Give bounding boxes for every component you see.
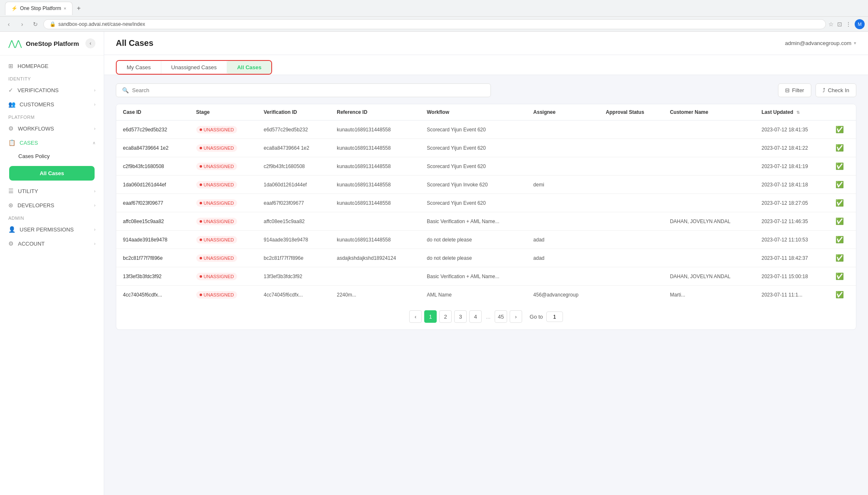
sidebar-item-user-permissions[interactable]: 👤 USER PERMISSIONS › (0, 222, 104, 236)
address-bar[interactable]: 🔒 sandbox-oop.advai.net/case-new/index (43, 19, 826, 29)
table-row[interactable]: bc2c81f77f7f896e UNASSIGNED bc2c81f77f7f… (116, 249, 856, 267)
row-action-icon[interactable]: ✅ (835, 291, 844, 298)
table-row[interactable]: 4cc74045f6cdfx... UNASSIGNED 4cc74045f6c… (116, 286, 856, 304)
goto-input[interactable] (546, 312, 563, 322)
workflows-icon: ⚙ (8, 125, 14, 132)
table-row[interactable]: eca8a84739664 1e2 UNASSIGNED eca8a847396… (116, 139, 856, 157)
cell-action[interactable]: ✅ (829, 267, 856, 286)
user-menu[interactable]: admin@advancegroup.com ▾ (785, 40, 856, 46)
checkin-button[interactable]: ⤴ Check In (815, 83, 856, 97)
row-action-icon[interactable]: ✅ (835, 126, 844, 133)
table-row[interactable]: e6d577c29ed5b232 UNASSIGNED e6d577c29ed5… (116, 121, 856, 139)
sidebar-item-verifications[interactable]: ✓ VERIFICATIONS › (0, 83, 104, 97)
browser-user-avatar[interactable]: M (855, 19, 865, 29)
sidebar-all-cases-button[interactable]: All Cases (9, 166, 95, 181)
pagination-page-4[interactable]: 4 (469, 310, 482, 323)
row-action-icon[interactable]: ✅ (835, 163, 844, 170)
tab-my-cases[interactable]: My Cases (117, 61, 161, 74)
table-row[interactable]: affc08ee15c9aa82 UNASSIGNED affc08ee15c9… (116, 212, 856, 231)
cell-stage: UNASSIGNED (190, 267, 257, 286)
cell-verification-id: c2f9b43fc1680508 (257, 157, 330, 176)
sidebar-label-account: ACCOUNT (18, 241, 45, 247)
menu-icon[interactable]: ⋮ (845, 21, 851, 28)
pagination-next[interactable]: › (510, 310, 522, 323)
tab-unassigned-cases[interactable]: Unassigned Cases (161, 61, 227, 74)
sidebar-main-section: ⊞ HOMEPAGE Identity ✓ VERIFICATIONS › 👥 … (0, 55, 104, 254)
back-btn[interactable]: ‹ (3, 19, 14, 30)
row-action-icon[interactable]: ✅ (835, 199, 844, 206)
cell-action[interactable]: ✅ (829, 121, 856, 139)
tab-favicon: ⚡ (11, 5, 18, 11)
row-action-icon[interactable]: ✅ (835, 273, 844, 280)
search-input[interactable] (132, 87, 485, 93)
cases-table-container: Case ID Stage Verification ID Reference … (116, 104, 856, 330)
status-badge: UNASSIGNED (196, 236, 238, 244)
cell-assignee (527, 194, 599, 212)
sidebar-item-utility[interactable]: ☰ UTILITY › (0, 184, 104, 198)
row-action-icon[interactable]: ✅ (835, 254, 844, 261)
cell-action[interactable]: ✅ (829, 286, 856, 304)
cell-action[interactable]: ✅ (829, 157, 856, 176)
cell-action[interactable]: ✅ (829, 212, 856, 231)
cell-approval-status (599, 139, 663, 157)
row-action-icon[interactable]: ✅ (835, 181, 844, 188)
status-badge: UNASSIGNED (196, 218, 238, 225)
col-header-assignee: Assignee (527, 104, 599, 121)
table-row[interactable]: 13f3ef3b3fdc3f92 UNASSIGNED 13f3ef3b3fdc… (116, 267, 856, 286)
cell-approval-status (599, 121, 663, 139)
col-header-case-id: Case ID (116, 104, 190, 121)
forward-btn[interactable]: › (17, 19, 28, 30)
col-header-reference-id: Reference ID (330, 104, 420, 121)
cell-approval-status (599, 249, 663, 267)
sidebar-item-homepage[interactable]: ⊞ HOMEPAGE (0, 59, 104, 73)
active-tab[interactable]: ⚡ One Stop Platform × (5, 2, 73, 15)
cell-last-updated: 2023-07-11 18:42:37 (755, 249, 829, 267)
cell-action[interactable]: ✅ (829, 176, 856, 194)
row-action-icon[interactable]: ✅ (835, 144, 844, 151)
sidebar-item-developers[interactable]: ⊛ DEVELOPERS › (0, 198, 104, 212)
bookmark-icon[interactable]: ☆ (828, 21, 834, 28)
sidebar-label-developers: DEVELOPERS (18, 202, 54, 209)
table-row[interactable]: c2f9b43fc1680508 UNASSIGNED c2f9b43fc168… (116, 157, 856, 176)
new-tab-btn[interactable]: + (74, 5, 83, 12)
pagination-page-3[interactable]: 3 (454, 310, 467, 323)
cell-action[interactable]: ✅ (829, 194, 856, 212)
sidebar-item-cases[interactable]: 📋 CASES ∧ (0, 136, 104, 150)
status-dot (200, 202, 202, 204)
pagination-prev[interactable]: ‹ (409, 310, 422, 323)
cell-verification-id: eca8a84739664 1e2 (257, 139, 330, 157)
pagination-page-last[interactable]: 45 (495, 310, 507, 323)
search-box[interactable]: 🔍 (116, 83, 491, 97)
logo-text: OneStop Platform (26, 40, 79, 47)
cell-action[interactable]: ✅ (829, 249, 856, 267)
cell-verification-id: 914aade3918e9478 (257, 231, 330, 249)
cell-approval-status (599, 267, 663, 286)
tabs-bar: My Cases Unassigned Cases All Cases (104, 55, 868, 75)
tab-all-cases[interactable]: All Cases (227, 61, 272, 74)
sidebar-item-workflows[interactable]: ⚙ WORKFLOWS › (0, 121, 104, 136)
cell-assignee: 456@advancegroup (527, 286, 599, 304)
reload-btn[interactable]: ↻ (30, 19, 41, 30)
col-header-last-updated[interactable]: Last Updated ⇅ (755, 104, 829, 121)
table-row[interactable]: eaaf67f023f09677 UNASSIGNED eaaf67f023f0… (116, 194, 856, 212)
tab-close-btn[interactable]: × (64, 6, 66, 11)
pagination-page-2[interactable]: 2 (439, 310, 452, 323)
table-row[interactable]: 1da060d1261d44ef UNASSIGNED 1da060d1261d… (116, 176, 856, 194)
sidebar-label-verifications: VERIFICATIONS (18, 87, 59, 93)
cell-assignee (527, 139, 599, 157)
sidebar-sub-cases-policy[interactable]: Cases Policy (0, 150, 104, 163)
user-email: admin@advancegroup.com (785, 40, 851, 46)
cell-action[interactable]: ✅ (829, 139, 856, 157)
extensions-icon[interactable]: ⊡ (837, 21, 842, 28)
sidebar-collapse-btn[interactable]: ‹ (85, 38, 95, 48)
pagination-page-1[interactable]: 1 (424, 310, 437, 323)
browser-chrome: ⚡ One Stop Platform × + (0, 0, 868, 17)
sidebar-item-account[interactable]: ⚙ ACCOUNT › (0, 236, 104, 251)
filter-button[interactable]: ⊟ Filter (778, 83, 811, 97)
cell-workflow: Scorecard Yijun Event 620 (420, 121, 527, 139)
row-action-icon[interactable]: ✅ (835, 236, 844, 243)
sidebar-item-customers[interactable]: 👥 CUSTOMERS › (0, 97, 104, 111)
cell-action[interactable]: ✅ (829, 231, 856, 249)
table-row[interactable]: 914aade3918e9478 UNASSIGNED 914aade3918e… (116, 231, 856, 249)
row-action-icon[interactable]: ✅ (835, 218, 844, 225)
